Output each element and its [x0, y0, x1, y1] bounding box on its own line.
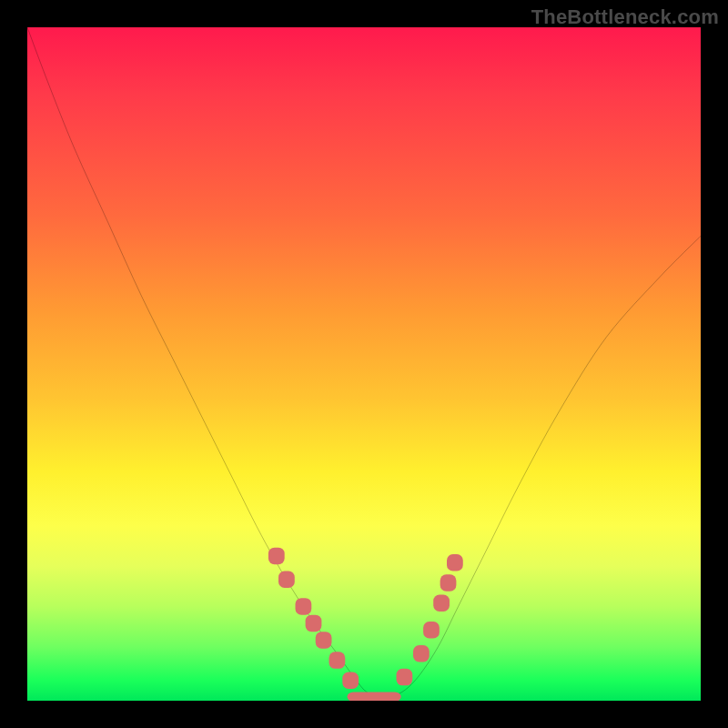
marker-left-cluster	[342, 672, 359, 690]
marker-right-cluster	[413, 645, 430, 662]
marker-left-cluster	[296, 598, 312, 615]
marker-right-cluster	[440, 574, 457, 592]
marker-layer	[268, 548, 463, 701]
watermark-text: TheBottleneck.com	[531, 5, 719, 29]
marker-left-cluster	[278, 571, 295, 589]
bottleneck-curve	[27, 27, 701, 697]
marker-right-cluster	[433, 594, 450, 612]
chart-container: TheBottleneck.com	[0, 0, 728, 728]
plot-area	[27, 27, 701, 701]
marker-left-cluster	[329, 652, 346, 669]
marker-left-cluster	[306, 615, 322, 632]
marker-right-cluster	[397, 669, 413, 686]
marker-bottom-band	[348, 692, 401, 701]
marker-right-cluster	[423, 622, 440, 639]
curve-layer	[27, 27, 701, 701]
marker-right-cluster	[447, 554, 463, 571]
marker-left-cluster	[316, 632, 332, 649]
curve-path	[27, 27, 701, 697]
marker-left-cluster	[268, 548, 285, 565]
